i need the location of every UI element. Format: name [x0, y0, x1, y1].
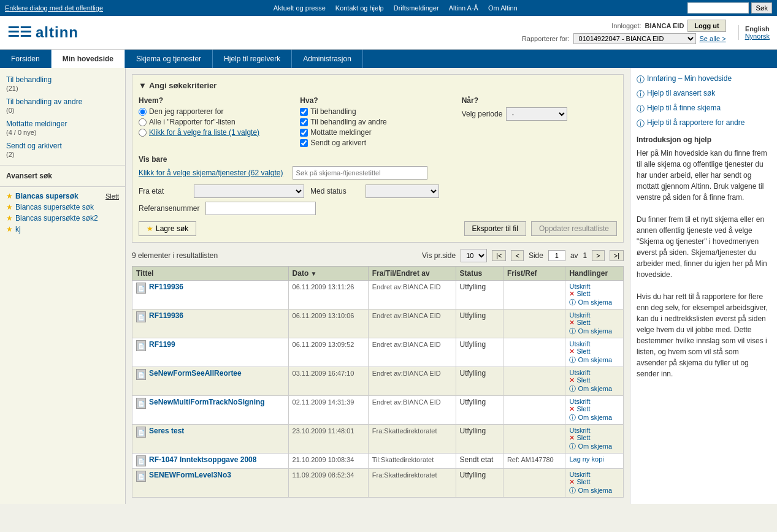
sidebar-item-til-behandling[interactable]: Til behandling (21) [0, 73, 125, 95]
right-link-4[interactable]: ⓘ Hjelp til å rapportere for andre [637, 118, 771, 129]
row-link-2[interactable]: RF1199 [149, 340, 175, 351]
nav-aktuelt[interactable]: Aktuelt og presse [274, 4, 326, 12]
action-utskrift-0[interactable]: Utskrift [569, 283, 619, 290]
action-lag-ny-kopi-6[interactable]: Lag ny kopi [569, 455, 619, 463]
saved-search-name-4[interactable]: ★ kj [6, 225, 21, 234]
tab-skjema[interactable]: Skjema og tjenester [125, 50, 213, 68]
sidebar-item-sendt[interactable]: Sendt og arkivert (2) [0, 139, 125, 161]
action-slett-3[interactable]: ✕ Slett [569, 376, 619, 384]
action-slett-0[interactable]: ✕ Slett [569, 290, 619, 298]
export-button[interactable]: Eksporter til fil [464, 221, 526, 236]
nav-altinn-aa[interactable]: Altinn A-Å [449, 4, 478, 12]
action-om-skjema-5[interactable]: ⓘ Om skjema [569, 442, 619, 451]
action-utskrift-2[interactable]: Utskrift [569, 340, 619, 348]
cell-tittel-6: 📄RF-1047 Inntektsoppgave 2008 [132, 454, 289, 469]
saved-search-name-3[interactable]: ★ Biancas supersøkte søk2 [6, 214, 98, 222]
hvem-radio-3[interactable] [139, 129, 147, 137]
per-page-select[interactable]: 10 [461, 249, 487, 262]
nav-om-altinn[interactable]: Om Altinn [488, 4, 518, 12]
reporter-select[interactable]: 01014922047 - BIANCA EID [573, 33, 696, 44]
nav-drifts[interactable]: Driftsmeldinger [394, 4, 439, 12]
right-link-3[interactable]: ⓘ Hjelp til å finne skjema [637, 104, 771, 115]
search-criteria-box: ▼ Angi søkekriterier Hvem? Den jeg rappo… [132, 74, 624, 243]
first-page-button[interactable]: |< [492, 250, 506, 261]
prev-page-button[interactable]: < [511, 250, 523, 261]
next-page-button[interactable]: > [592, 250, 604, 261]
action-om-skjema-7[interactable]: ⓘ Om skjema [569, 486, 619, 495]
hva-checkbox-2[interactable] [300, 118, 308, 126]
row-link-3[interactable]: SeNewFormSeeAllReortee [149, 369, 242, 380]
action-slett-1[interactable]: ✕ Slett [569, 319, 619, 327]
med-status-select[interactable] [366, 184, 439, 198]
row-link-7[interactable]: SENEWFormLevel3No3 [149, 471, 231, 482]
row-from-5: Fra:Skattedirektoratet [372, 427, 437, 435]
action-om-skjema-4[interactable]: ⓘ Om skjema [569, 413, 619, 422]
status-badge-1: Utfylling [460, 311, 486, 320]
action-utskrift-4[interactable]: Utskrift [569, 398, 619, 405]
action-om-skjema-2[interactable]: ⓘ Om skjema [569, 355, 619, 365]
hva-checkbox-3[interactable] [300, 129, 308, 137]
hvem-radio-2[interactable] [139, 118, 147, 126]
row-link-5[interactable]: Seres test [149, 427, 184, 438]
right-link-2[interactable]: ⓘ Hjelp til avansert søk [637, 89, 771, 100]
mottatte-link[interactable]: Mottatte meldinger (4 / 0 nye) [6, 120, 67, 137]
cell-status-3: Utfylling [456, 367, 503, 396]
sendt-link[interactable]: Sendt og arkivert (2) [6, 142, 62, 159]
tab-hjelp[interactable]: Hjelp til regelverk [213, 50, 292, 68]
tab-admin[interactable]: Administrasjon [292, 50, 363, 68]
sok-tittel-input[interactable] [293, 166, 427, 180]
doc-icon-1: 📄 [136, 311, 146, 322]
row-link-6[interactable]: RF-1047 Inntektsoppgave 2008 [149, 455, 256, 466]
action-om-skjema-1[interactable]: ⓘ Om skjema [569, 327, 619, 336]
fra-etat-select[interactable] [194, 184, 304, 198]
top-search-input[interactable] [687, 2, 749, 13]
action-slett-5[interactable]: ✕ Slett [569, 434, 619, 442]
saved-search-name-2[interactable]: ★ Biancas supersøkte søk [6, 203, 94, 211]
tab-forsiden[interactable]: Forsiden [0, 50, 52, 68]
top-search-button[interactable]: Søk [751, 2, 772, 13]
action-om-skjema-0[interactable]: ⓘ Om skjema [569, 298, 619, 307]
action-slett-2[interactable]: ✕ Slett [569, 348, 619, 355]
page-input[interactable] [548, 250, 565, 261]
row-link-1[interactable]: RF119936 [149, 311, 183, 322]
til-behandling-andre-link[interactable]: Til behandling av andre (0) [6, 97, 82, 115]
saved-search-biancas-supersok: ★ Biancas supersøk Slett [0, 191, 125, 202]
right-link-1[interactable]: ⓘ Innføring – Min hovedside [637, 74, 771, 85]
hva-checkbox-4[interactable] [300, 139, 308, 147]
action-utskrift-3[interactable]: Utskrift [569, 369, 619, 376]
action-slett-4[interactable]: ✕ Slett [569, 405, 619, 413]
doc-icon-6: 📄 [136, 455, 146, 466]
row-link-4[interactable]: SeNewMultiFormTrackNoSigning [149, 398, 265, 409]
x-icon-0-1: ✕ [569, 290, 575, 297]
enkler-link[interactable]: Enklere dialog med det offentlige [5, 4, 103, 12]
til-behandling-link[interactable]: Til behandling (21) [6, 75, 52, 93]
see-all-link[interactable]: Se alle > [700, 35, 726, 42]
action-utskrift-1[interactable]: Utskrift [569, 311, 619, 319]
skjema-link[interactable]: Klikk for å velge skjema/tjenester (62 v… [139, 169, 283, 177]
referansenummer-input[interactable] [205, 202, 316, 215]
action-slett-7[interactable]: ✕ Slett [569, 478, 619, 486]
hva-checkbox-1[interactable] [300, 108, 308, 116]
nav-kontakt[interactable]: Kontakt og hjelp [335, 4, 384, 12]
row-date-2: 06.11.2009 13:09:52 [293, 341, 354, 348]
action-utskrift-5[interactable]: Utskrift [569, 427, 619, 434]
save-search-button[interactable]: ★ Lagre søk [139, 221, 196, 236]
status-badge-7: Utfylling [460, 471, 486, 479]
sidebar-advanced-search[interactable]: Avansert søk [0, 169, 125, 183]
lang-nynorsk[interactable]: Nynorsk [745, 32, 770, 40]
hvem-radio-1[interactable] [139, 108, 147, 116]
sidebar-item-til-behandling-andre[interactable]: Til behandling av andre (0) [0, 95, 125, 117]
action-om-skjema-3[interactable]: ⓘ Om skjema [569, 384, 619, 393]
cell-from-1: Endret av:BIANCA EID [368, 310, 456, 338]
tab-min-hovedside[interactable]: Min hovedside [52, 50, 125, 68]
action-utskrift-7[interactable]: Utskrift [569, 471, 619, 478]
logout-button[interactable]: Logg ut [687, 20, 725, 32]
saved-search-name-1[interactable]: ★ Biancas supersøk [6, 192, 78, 200]
last-page-button[interactable]: >| [610, 250, 624, 261]
lang-english[interactable]: English [745, 25, 770, 32]
row-link-0[interactable]: RF119936 [149, 283, 183, 294]
sidebar-item-mottatte[interactable]: Mottatte meldinger (4 / 0 nye) [0, 117, 125, 139]
periode-select[interactable]: - [506, 107, 567, 121]
delete-search-1[interactable]: Slett [105, 192, 119, 200]
cell-frist-3 [503, 367, 565, 396]
